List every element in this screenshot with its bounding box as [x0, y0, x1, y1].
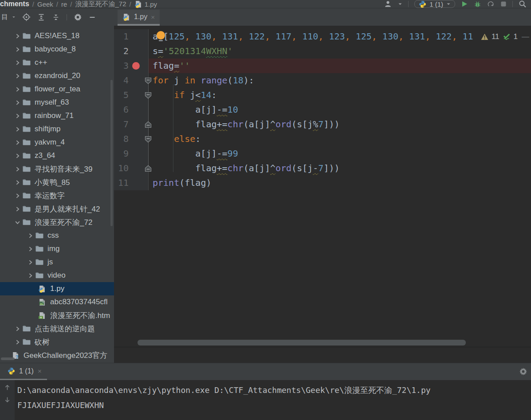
line-number[interactable]: 9 — [114, 146, 129, 161]
editor-code-region[interactable]: else: — [149, 132, 531, 146]
close-icon[interactable]: × — [151, 13, 155, 21]
chevron-right-icon[interactable] — [25, 273, 35, 279]
run-tab[interactable]: 1 (1) × — [0, 363, 47, 380]
tree-item-浪漫至死不渝_72[interactable]: 浪漫至死不渝_72 — [0, 216, 114, 229]
tree-item-myself_63[interactable]: myself_63 — [0, 96, 114, 109]
tree-item-小黄鸭_85[interactable]: 小黄鸭_85 — [0, 176, 114, 189]
tree-item-AES!AES_18[interactable]: AES!AES_18 — [0, 29, 114, 43]
editor-line-4[interactable]: 4for j in range(18): — [114, 73, 531, 88]
editor-line-1[interactable]: 1a[125, 130, 131, 122, 117, 110, 123, 12… — [114, 29, 531, 44]
tree-item-GeekChallenge2023官方[interactable]: ?GeekChallenge2023官方 — [0, 349, 114, 362]
line-number[interactable]: 11 — [114, 176, 129, 190]
tree-item-flower_or_tea[interactable]: flower_or_tea — [0, 82, 114, 96]
fold-marker-icon[interactable] — [145, 121, 152, 128]
tree-item-js[interactable]: js — [0, 255, 114, 269]
line-number[interactable]: 3 — [114, 59, 129, 73]
tree-horizontal-scrollbar[interactable] — [1, 357, 15, 360]
chevron-right-icon[interactable] — [12, 100, 22, 106]
fold-marker-icon[interactable] — [145, 165, 152, 172]
editor-line-10[interactable]: 10 flag+=chr(a[j]^ord(s[j-7])) — [114, 161, 531, 176]
inspections-widget[interactable]: 11 1 — — [475, 29, 531, 44]
chevron-right-icon[interactable] — [12, 47, 22, 52]
search-everywhere-icon[interactable] — [519, 0, 527, 8]
tree-item-ezandroid_20[interactable]: ezandroid_20 — [0, 69, 114, 82]
tree-item-video[interactable]: video — [0, 269, 114, 282]
breadcrumb-item[interactable]: chments — [0, 0, 29, 8]
editor-code-region[interactable]: flag='' — [149, 59, 531, 73]
chevron-right-icon[interactable] — [12, 113, 22, 119]
tree-item-yakvm_4[interactable]: yakvm_4 — [0, 136, 114, 149]
line-number[interactable]: 10 — [114, 161, 129, 176]
breadcrumb-item[interactable]: 1.py — [134, 0, 157, 8]
line-number[interactable]: 5 — [114, 88, 129, 102]
intention-bulb-icon[interactable] — [158, 29, 163, 44]
tree-item-点击就送的逆向题[interactable]: 点击就送的逆向题 — [0, 322, 114, 335]
editor-code-region[interactable]: print(flag) — [149, 176, 531, 190]
tree-item-shiftjmp[interactable]: shiftjmp — [0, 122, 114, 136]
editor-line-8[interactable]: 8 else: — [114, 132, 531, 146]
debug-button[interactable] — [474, 0, 481, 8]
chevron-right-icon[interactable] — [12, 153, 22, 159]
line-number[interactable]: 8 — [114, 132, 129, 146]
editor-code-region[interactable]: if j<14: — [149, 88, 531, 102]
editor-code-region[interactable]: a[j]-=10 — [149, 102, 531, 117]
editor-line-5[interactable]: 5 if j<14: — [114, 88, 531, 102]
gear-icon[interactable] — [519, 367, 527, 376]
project-panel-title[interactable]: 目 — [1, 13, 16, 21]
tree-vertical-scrollbar[interactable] — [110, 80, 113, 226]
tree-item-css[interactable]: css — [0, 229, 114, 242]
tree-item-rainbow_71[interactable]: rainbow_71 — [0, 109, 114, 122]
code-editor[interactable]: 1a[125, 130, 131, 122, 117, 110, 123, 12… — [114, 26, 531, 363]
chevron-right-icon[interactable] — [25, 246, 35, 252]
tree-item-c++[interactable]: c++ — [0, 56, 114, 69]
hide-panel-icon[interactable] — [89, 14, 96, 21]
tree-item-abc837037445cfl[interactable]: abc837037445cfl — [0, 295, 114, 309]
tab-1py[interactable]: 1.py × — [118, 10, 160, 26]
editor-line-6[interactable]: 6 a[j]-=10 — [114, 102, 531, 117]
tree-item-寻找初音未来_39[interactable]: 寻找初音未来_39 — [0, 162, 114, 176]
line-number[interactable]: 7 — [114, 117, 129, 132]
breakpoint-icon[interactable] — [132, 62, 140, 70]
fold-marker-icon[interactable] — [145, 77, 152, 84]
chevron-right-icon[interactable] — [12, 339, 22, 345]
collapse-all-icon[interactable] — [52, 13, 60, 21]
editor-horizontal-scrollbar[interactable] — [138, 340, 466, 345]
editor-code-region[interactable]: flag+=chr(a[j]^ord(s[j-7])) — [149, 161, 531, 176]
editor-line-11[interactable]: 11print(flag) — [114, 176, 531, 190]
chevron-right-icon[interactable] — [12, 140, 22, 145]
breadcrumb-item[interactable]: 浪漫至死不渝_72 — [75, 0, 126, 8]
run-coverage-button[interactable] — [487, 0, 495, 8]
line-number[interactable]: 6 — [114, 102, 129, 117]
fold-marker-icon[interactable] — [145, 92, 152, 99]
chevron-right-icon[interactable] — [12, 193, 22, 199]
arrow-up-icon[interactable] — [4, 384, 11, 391]
run-console[interactable]: D:\anaconda\anaconda\envs\zjy\python.exe… — [0, 380, 531, 420]
chevron-right-icon[interactable] — [12, 33, 22, 39]
chevron-right-icon[interactable] — [25, 259, 35, 265]
tree-item-1.py[interactable]: 1.py — [0, 282, 114, 295]
line-number[interactable]: 1 — [114, 29, 129, 44]
locate-file-icon[interactable] — [22, 13, 31, 21]
line-number[interactable]: 2 — [114, 44, 129, 59]
tree-item-babycode_8[interactable]: babycode_8 — [0, 43, 114, 56]
chevron-right-icon[interactable] — [25, 233, 35, 239]
editor-code-region[interactable]: flag+=chr(a[j]^ord(s[j%7])) — [149, 117, 531, 132]
chevron-right-icon[interactable] — [12, 60, 22, 66]
tree-item-幸运数字[interactable]: 幸运数字 — [0, 189, 114, 202]
fold-marker-icon[interactable] — [145, 136, 152, 143]
run-button[interactable] — [461, 0, 468, 8]
tree-item-砍树[interactable]: 砍树 — [0, 335, 114, 349]
chevron-right-icon[interactable] — [12, 86, 22, 92]
caret-down-icon[interactable] — [398, 2, 402, 6]
editor-code-region[interactable]: a[125, 130, 131, 122, 117, 110, 123, 125… — [149, 29, 531, 44]
tree-item-浪漫至死不渝.htm[interactable]: H浪漫至死不渝.htm — [0, 309, 114, 322]
editor-line-9[interactable]: 9 a[j]-=99 — [114, 146, 531, 161]
chevron-right-icon[interactable] — [12, 166, 22, 172]
tree-item-z3_64[interactable]: z3_64 — [0, 149, 114, 162]
user-icon[interactable] — [384, 0, 392, 8]
editor-line-7[interactable]: 7 flag+=chr(a[j]^ord(s[j%7])) — [114, 117, 531, 132]
close-icon[interactable]: × — [38, 367, 42, 375]
run-config-select[interactable]: 1 (1) — [414, 0, 455, 8]
arrow-down-icon[interactable] — [4, 396, 11, 404]
editor-line-3[interactable]: 3flag='' — [114, 59, 531, 73]
